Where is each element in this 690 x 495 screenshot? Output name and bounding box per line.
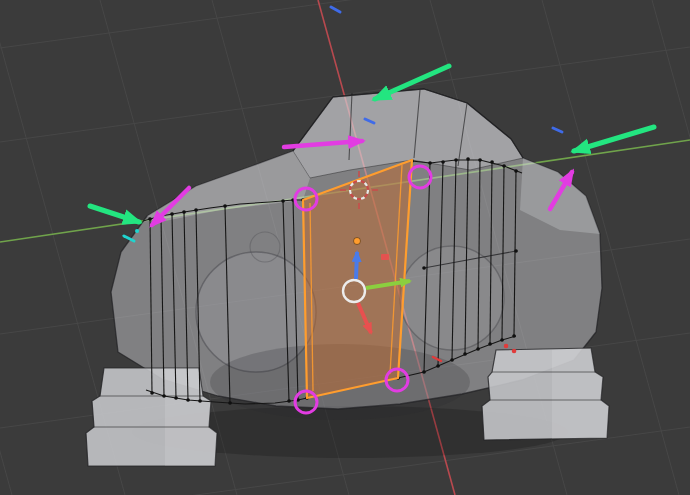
origin-dot [354,238,361,245]
green-arrow-left [90,206,139,222]
gizmo-z-axis-arrow[interactable] [356,252,357,279]
blender-3d-viewport[interactable] [0,0,690,495]
car-foot-right[interactable] [482,348,609,440]
viewport-canvas[interactable] [0,0,690,495]
red-marker-box [381,254,389,260]
